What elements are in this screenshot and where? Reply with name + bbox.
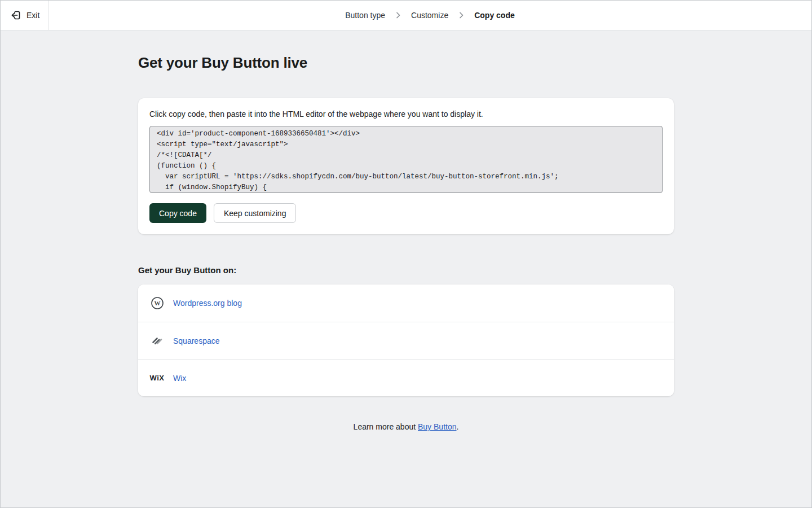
copy-code-card: Click copy code, then paste it into the … bbox=[138, 98, 674, 234]
footer-period: . bbox=[457, 422, 459, 431]
exit-label: Exit bbox=[27, 11, 39, 20]
platforms-card: W Wordpress.org blog Squarespace WiX Wix bbox=[138, 284, 674, 396]
wix-link[interactable]: Wix bbox=[173, 374, 186, 383]
wix-icon: WiX bbox=[149, 374, 165, 382]
code-line: if (window.ShopifyBuy) { bbox=[157, 182, 655, 193]
platform-row-wix[interactable]: WiX Wix bbox=[138, 359, 674, 396]
svg-text:W: W bbox=[154, 300, 160, 306]
main-content: Get your Buy Button live Click copy code… bbox=[138, 54, 674, 431]
breadcrumb-button-type[interactable]: Button type bbox=[345, 11, 385, 20]
keep-customizing-button[interactable]: Keep customizing bbox=[214, 203, 297, 223]
code-line: <script type="text/javascript"> bbox=[157, 139, 655, 150]
exit-button[interactable]: Exit bbox=[1, 1, 48, 30]
embed-code-box[interactable]: <div id='product-component-1689336650481… bbox=[149, 126, 663, 193]
footer-text: Learn more about bbox=[354, 422, 418, 431]
breadcrumb: Button type Customize Copy code bbox=[48, 1, 811, 30]
code-line: <div id='product-component-1689336650481… bbox=[157, 129, 655, 139]
platform-row-wordpress[interactable]: W Wordpress.org blog bbox=[138, 284, 674, 322]
copy-code-button[interactable]: Copy code bbox=[149, 203, 206, 223]
breadcrumb-customize[interactable]: Customize bbox=[411, 11, 448, 20]
code-line: var scriptURL = 'https://sdks.shopifycdn… bbox=[157, 172, 655, 182]
platform-row-squarespace[interactable]: Squarespace bbox=[138, 322, 674, 359]
copy-instruction: Click copy code, then paste it into the … bbox=[149, 110, 663, 119]
topbar: Exit Button type Customize Copy code bbox=[1, 1, 811, 30]
chevron-right-icon bbox=[458, 12, 465, 19]
page-title: Get your Buy Button live bbox=[138, 54, 674, 72]
squarespace-link[interactable]: Squarespace bbox=[173, 336, 220, 345]
wix-logo-text: WiX bbox=[150, 374, 165, 382]
code-line: (function () { bbox=[157, 161, 655, 172]
footer-note: Learn more about Buy Button. bbox=[138, 422, 674, 431]
code-line: /*<![CDATA[*/ bbox=[157, 150, 655, 161]
wordpress-link[interactable]: Wordpress.org blog bbox=[173, 299, 242, 308]
buy-button-link[interactable]: Buy Button bbox=[418, 422, 457, 431]
exit-icon bbox=[10, 10, 21, 21]
button-row: Copy code Keep customizing bbox=[149, 203, 663, 223]
chevron-right-icon bbox=[395, 12, 401, 19]
breadcrumb-copy-code: Copy code bbox=[474, 11, 515, 20]
platforms-heading: Get your Buy Button on: bbox=[138, 265, 674, 275]
wordpress-icon: W bbox=[149, 296, 165, 310]
squarespace-icon bbox=[149, 334, 165, 348]
